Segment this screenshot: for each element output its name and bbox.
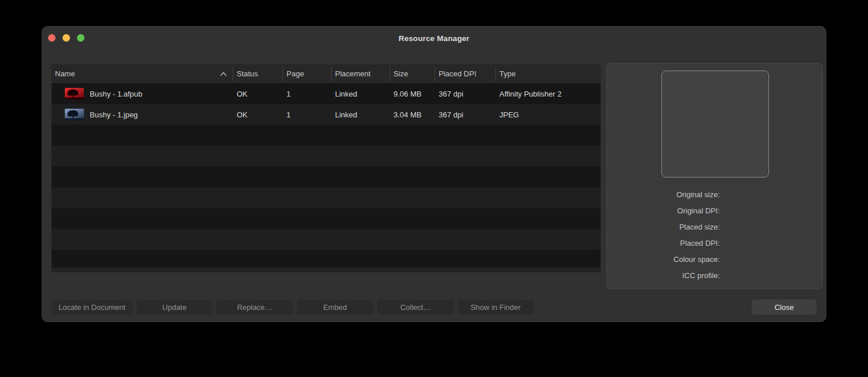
- detail-field-label: ICC profile:: [607, 271, 720, 280]
- horizontal-scrollbar-track[interactable]: [52, 268, 601, 272]
- cell-placed-dpi: 367 dpi: [435, 90, 495, 98]
- detail-field-label: Original size:: [607, 190, 720, 199]
- resource-details-panel: Original size:Original DPI:Placed size:P…: [606, 63, 823, 289]
- column-header-status[interactable]: Status: [233, 64, 282, 83]
- detail-field-label: Colour space:: [607, 255, 720, 264]
- cell-size: 3.04 MB: [389, 110, 435, 119]
- cell-type: Affinity Publisher 2: [495, 90, 601, 98]
- empty-table-row: [52, 125, 601, 146]
- detail-field-label: Original DPI:: [607, 206, 720, 215]
- column-label: Size: [393, 69, 408, 78]
- window-title: Resource Manager: [42, 27, 826, 50]
- detail-field-colour-space: Colour space:: [607, 251, 822, 267]
- detail-field-placed-size: Placed size:: [607, 219, 822, 235]
- replace-button[interactable]: Replace…: [216, 300, 293, 315]
- table-row[interactable]: Bushy - 1.afpubOK1Linked9.06 MB367 dpiAf…: [52, 83, 601, 104]
- close-button[interactable]: Close: [752, 300, 816, 315]
- detail-field-label: Placed size:: [607, 223, 720, 231]
- column-label: Placement: [335, 69, 370, 78]
- column-header-page[interactable]: Page: [282, 64, 331, 83]
- column-divider: [282, 66, 283, 81]
- column-header-name[interactable]: Name: [52, 64, 233, 83]
- column-header-placement[interactable]: Placement: [331, 64, 389, 83]
- empty-table-row: [52, 208, 601, 229]
- column-divider: [331, 66, 332, 81]
- collect-button[interactable]: Collect…: [377, 300, 454, 315]
- cell-name: Bushy - 1.afpub: [52, 88, 233, 99]
- column-label: Status: [237, 69, 258, 78]
- detail-field-icc-profile: ICC profile:: [607, 267, 822, 283]
- empty-table-row: [52, 187, 601, 208]
- column-divider: [389, 66, 390, 81]
- empty-table-row: [52, 229, 601, 250]
- cell-status: OK: [233, 90, 282, 98]
- cell-placement: Linked: [331, 110, 389, 119]
- column-header-size[interactable]: Size: [389, 64, 435, 83]
- show-in-finder-button[interactable]: Show in Finder: [458, 300, 534, 315]
- table-row[interactable]: Bushy - 1.jpegOK1Linked3.04 MB367 dpiJPE…: [52, 104, 601, 125]
- column-label: Placed DPI: [439, 69, 476, 78]
- resource-preview-box: [661, 71, 769, 178]
- column-divider: [233, 66, 233, 81]
- cell-page: 1: [282, 110, 331, 119]
- cell-name: Bushy - 1.jpeg: [52, 109, 233, 120]
- resource-table: NameStatusPagePlacementSizePlaced DPITyp…: [52, 64, 601, 272]
- update-button[interactable]: Update: [137, 300, 212, 315]
- detail-field-placed-dpi: Placed DPI:: [607, 235, 822, 251]
- detail-field-original-size: Original size:: [607, 186, 822, 202]
- cell-placement: Linked: [331, 90, 389, 98]
- detail-field-label: Placed DPI:: [607, 239, 720, 247]
- cell-size: 9.06 MB: [389, 90, 435, 98]
- cell-page: 1: [282, 90, 331, 98]
- resource-manager-window: Resource Manager NameStatusPagePlacement…: [42, 26, 826, 322]
- action-buttons: Locate in DocumentUpdateReplace…EmbedCol…: [52, 300, 534, 315]
- resource-name: Bushy - 1.jpeg: [90, 110, 138, 119]
- table-body: Bushy - 1.afpubOK1Linked9.06 MB367 dpiAf…: [52, 83, 601, 268]
- column-divider: [435, 66, 435, 81]
- column-label: Page: [286, 69, 304, 78]
- cell-placed-dpi: 367 dpi: [435, 110, 495, 119]
- red-tree-thumbnail: [65, 88, 84, 99]
- title-bar[interactable]: Resource Manager: [42, 27, 826, 50]
- column-label: Type: [499, 69, 516, 78]
- column-header-type[interactable]: Type: [495, 64, 601, 83]
- locate-in-document-button[interactable]: Locate in Document: [52, 300, 133, 315]
- empty-table-row: [52, 167, 601, 187]
- table-header-row: NameStatusPagePlacementSizePlaced DPITyp…: [52, 64, 601, 83]
- column-label: Name: [55, 69, 75, 78]
- cell-status: OK: [233, 110, 282, 119]
- detail-field-original-dpi: Original DPI:: [607, 202, 822, 219]
- embed-button[interactable]: Embed: [297, 300, 373, 315]
- empty-table-row: [52, 146, 601, 167]
- cell-type: JPEG: [495, 110, 601, 119]
- sort-ascending-icon: [220, 72, 227, 76]
- empty-table-row: [52, 250, 601, 268]
- resource-name: Bushy - 1.afpub: [90, 90, 142, 98]
- detail-fields: Original size:Original DPI:Placed size:P…: [607, 186, 822, 283]
- column-divider: [495, 66, 496, 81]
- column-header-placed-dpi[interactable]: Placed DPI: [435, 64, 495, 83]
- footer-toolbar: Locate in DocumentUpdateReplace…EmbedCol…: [52, 300, 816, 315]
- blue-tree-thumbnail: [65, 109, 84, 120]
